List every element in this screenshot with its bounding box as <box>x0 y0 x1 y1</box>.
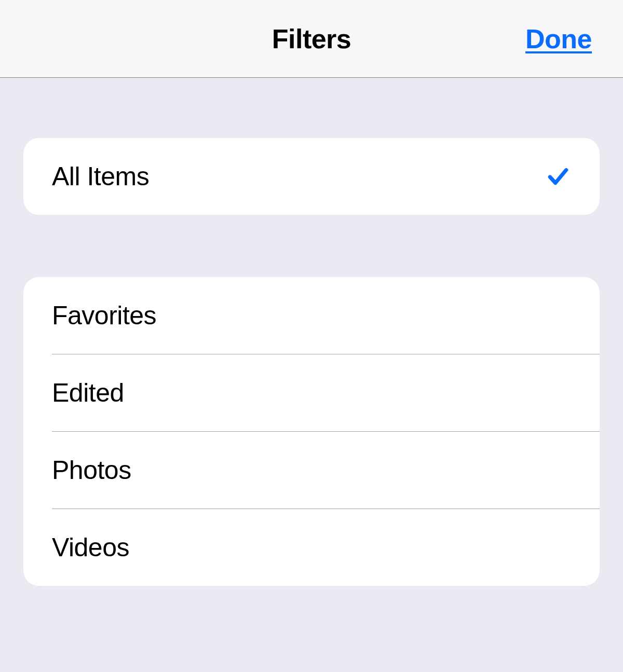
filter-row-label: Edited <box>52 378 124 408</box>
filter-group-types: Favorites Edited Photos Videos <box>23 277 600 586</box>
filter-row-label: Photos <box>52 455 131 485</box>
checkmark-icon <box>545 163 571 189</box>
filter-row-label: Favorites <box>52 300 156 331</box>
filters-content: All Items Favorites Edited Photos Videos <box>0 138 623 586</box>
filter-group-all: All Items <box>23 138 600 215</box>
header-bar: Filters Done <box>0 0 623 78</box>
filter-row-all-items[interactable]: All Items <box>23 138 600 215</box>
done-button[interactable]: Done <box>525 23 592 54</box>
filter-row-favorites[interactable]: Favorites <box>23 277 600 354</box>
page-title: Filters <box>272 23 351 54</box>
filter-row-photos[interactable]: Photos <box>23 432 600 509</box>
filter-row-label: Videos <box>52 532 129 563</box>
filter-row-label: All Items <box>52 161 149 191</box>
filter-row-videos[interactable]: Videos <box>23 509 600 586</box>
filter-row-edited[interactable]: Edited <box>23 354 600 431</box>
